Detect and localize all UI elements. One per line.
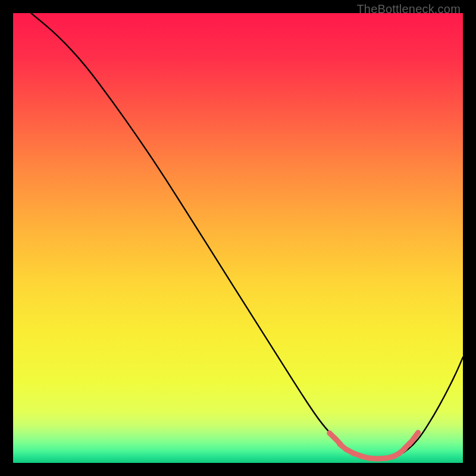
chart-frame: TheBottleneck.com bbox=[0, 0, 476, 476]
chart-svg bbox=[13, 13, 463, 463]
gradient-background bbox=[13, 13, 463, 463]
plot-area bbox=[13, 13, 463, 463]
watermark-text: TheBottleneck.com bbox=[356, 2, 461, 16]
